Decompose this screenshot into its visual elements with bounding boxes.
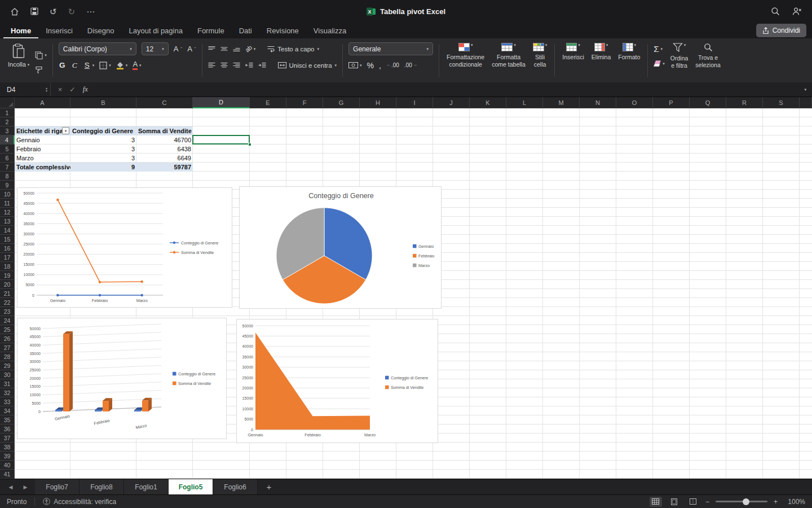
increase-indent-button[interactable] bbox=[258, 62, 266, 68]
zoom-in-button[interactable]: + bbox=[774, 498, 778, 506]
row-header-4[interactable]: 4 bbox=[0, 135, 15, 144]
accounting-format-button[interactable]: ▾ bbox=[348, 62, 362, 68]
column-header-d[interactable]: D bbox=[193, 97, 250, 108]
row-header-16[interactable]: 16 bbox=[0, 244, 15, 253]
row-header-3[interactable]: 3 bbox=[0, 126, 15, 135]
align-middle-button[interactable] bbox=[220, 46, 228, 52]
more-commands-button[interactable]: ⋯ bbox=[86, 7, 95, 16]
accessibility-status[interactable]: Accessibilità: verifica bbox=[43, 498, 116, 506]
format-painter-button[interactable] bbox=[35, 66, 47, 74]
zoom-level[interactable]: 100% bbox=[784, 498, 805, 506]
bold-button[interactable]: G bbox=[59, 61, 66, 69]
column-header-b[interactable]: B bbox=[70, 97, 136, 108]
insert-cells-button[interactable]: ▾ Inserisci bbox=[561, 42, 586, 62]
page-break-view-button[interactable] bbox=[687, 497, 699, 507]
tab-revisione[interactable]: Revisione bbox=[259, 23, 306, 38]
merge-center-button[interactable]: Unisci e centra ▾ bbox=[278, 62, 337, 69]
tab-inserisci[interactable]: Inserisci bbox=[38, 23, 80, 38]
percent-style-button[interactable]: % bbox=[367, 62, 374, 69]
align-right-button[interactable] bbox=[233, 62, 240, 68]
format-as-table-button[interactable]: ▾ Formattacome tabella bbox=[490, 42, 527, 68]
paste-button[interactable]: Incolla▾ bbox=[8, 42, 29, 80]
align-bottom-button[interactable] bbox=[233, 46, 240, 52]
delete-cells-button[interactable]: ▾ Elimina bbox=[590, 42, 612, 62]
pivot-cell-label[interactable]: Marzo bbox=[15, 154, 70, 163]
align-center-button[interactable] bbox=[220, 62, 228, 68]
column-header-g[interactable]: G bbox=[323, 97, 360, 108]
row-header-41[interactable]: 41 bbox=[0, 470, 15, 479]
column-header-k[interactable]: K bbox=[470, 97, 506, 108]
chart-bar3d[interactable]: 0500010000150002000025000300003500040000… bbox=[17, 318, 227, 439]
column-header-p[interactable]: P bbox=[653, 97, 690, 108]
pivot-cell-label[interactable]: Gennaio bbox=[15, 135, 70, 144]
row-header-32[interactable]: 32 bbox=[0, 388, 15, 397]
home-icon[interactable] bbox=[10, 7, 19, 16]
sheet-nav-left[interactable]: ◀ bbox=[3, 484, 18, 490]
redo-button[interactable]: ↻ bbox=[68, 7, 76, 16]
add-sheet-button[interactable]: + bbox=[258, 479, 280, 494]
column-header-f[interactable]: F bbox=[286, 97, 323, 108]
column-header-l[interactable]: L bbox=[506, 97, 543, 108]
font-color-button[interactable]: A ▾ bbox=[133, 60, 141, 70]
row-header-1[interactable]: 1 bbox=[0, 108, 15, 117]
row-header-12[interactable]: 12 bbox=[0, 208, 15, 217]
align-top-button[interactable] bbox=[208, 46, 215, 52]
row-header-27[interactable]: 27 bbox=[0, 343, 15, 352]
pivot-total-label[interactable]: Totale complessivo bbox=[15, 163, 70, 172]
column-header-i[interactable]: I bbox=[396, 97, 433, 108]
column-header-q[interactable]: Q bbox=[690, 97, 726, 108]
sort-filter-button[interactable]: ▾ Ordinae filtra bbox=[669, 42, 690, 69]
pivot-cell-sum[interactable]: 46700 bbox=[136, 135, 193, 144]
row-header-25[interactable]: 25 bbox=[0, 325, 15, 334]
row-header-31[interactable]: 31 bbox=[0, 379, 15, 388]
tab-dati[interactable]: Dati bbox=[232, 23, 259, 38]
normal-view-button[interactable] bbox=[650, 497, 662, 507]
row-header-34[interactable]: 34 bbox=[0, 406, 15, 415]
find-select-button[interactable]: Trova eseleziona bbox=[694, 42, 722, 69]
pivot-header-sum[interactable]: Somma di Vendite bbox=[136, 126, 193, 135]
row-header-30[interactable]: 30 bbox=[0, 370, 15, 379]
name-box-stepper[interactable]: ▴▾ bbox=[46, 87, 47, 91]
tab-disegno[interactable]: Disegno bbox=[80, 23, 122, 38]
row-header-28[interactable]: 28 bbox=[0, 352, 15, 361]
cell-styles-button[interactable]: ▾ Stilicella bbox=[531, 42, 549, 68]
row-header-15[interactable]: 15 bbox=[0, 235, 15, 244]
wrap-text-button[interactable]: Testo a capo ▾ bbox=[267, 46, 319, 52]
comma-style-button[interactable]: , bbox=[379, 62, 381, 69]
decrease-decimal-button[interactable]: .00→ bbox=[404, 62, 417, 68]
tab-layout-di-pagina[interactable]: Layout di pagina bbox=[122, 23, 190, 38]
row-labels-filter-button[interactable]: ▾ bbox=[62, 127, 69, 134]
grow-font-button[interactable]: Aˆ bbox=[174, 45, 182, 52]
pivot-cell-sum[interactable]: 6649 bbox=[136, 154, 193, 163]
sheet-tab-foglio6[interactable]: Foglio6 bbox=[213, 479, 258, 494]
autosum-button[interactable]: Σ▾ bbox=[654, 45, 665, 53]
row-header-39[interactable]: 39 bbox=[0, 452, 15, 461]
row-header-26[interactable]: 26 bbox=[0, 334, 15, 343]
column-header-j[interactable]: J bbox=[433, 97, 470, 108]
chart-pie[interactable]: Conteggio di GenereGennaioFebbraioMarzo bbox=[239, 186, 442, 309]
sheet-tab-foglio8[interactable]: Foglio8 bbox=[80, 479, 124, 494]
column-header-r[interactable]: R bbox=[726, 97, 763, 108]
sheet-tab-foglio7[interactable]: Foglio7 bbox=[35, 479, 80, 494]
align-left-button[interactable] bbox=[208, 62, 215, 68]
sheet-nav-right[interactable]: ▶ bbox=[18, 484, 33, 490]
format-cells-button[interactable]: ▾ Formato bbox=[616, 42, 642, 62]
column-header-a[interactable]: A bbox=[15, 97, 70, 108]
share-button[interactable]: Condividi bbox=[756, 24, 806, 37]
conditional-formatting-button[interactable]: ▾ Formattazionecondizionale bbox=[445, 42, 486, 68]
clear-button[interactable]: ▾ bbox=[654, 60, 665, 67]
pivot-cell-count[interactable]: 3 bbox=[70, 154, 136, 163]
name-box[interactable]: D4 ▴▾ bbox=[0, 82, 51, 97]
column-header-m[interactable]: M bbox=[543, 97, 580, 108]
column-header-o[interactable]: O bbox=[616, 97, 653, 108]
row-header-36[interactable]: 36 bbox=[0, 424, 15, 433]
column-header-h[interactable]: H bbox=[360, 97, 396, 108]
row-header-22[interactable]: 22 bbox=[0, 298, 15, 307]
cancel-formula-button[interactable]: × bbox=[58, 86, 62, 94]
row-header-17[interactable]: 17 bbox=[0, 253, 15, 262]
row-header-24[interactable]: 24 bbox=[0, 316, 15, 325]
zoom-slider-thumb[interactable] bbox=[743, 498, 749, 505]
pivot-total-sum[interactable]: 59787 bbox=[136, 163, 193, 172]
select-all-button[interactable] bbox=[0, 97, 15, 108]
chart-area[interactable]: 0500010000150002000025000300003500040000… bbox=[236, 319, 438, 443]
